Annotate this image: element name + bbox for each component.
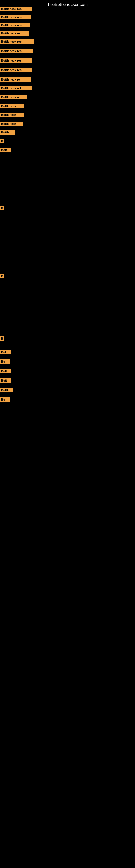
bottleneck-item-1: Bottleneck res: [0, 7, 32, 11]
bottleneck-item-8: Bottleneck res: [0, 68, 32, 72]
bottleneck-item-20: B: [0, 336, 4, 341]
bottleneck-item-25: Bottle: [0, 388, 13, 392]
bottleneck-item-4: Bottleneck re: [0, 31, 29, 35]
bottleneck-item-2: Bottleneck res: [0, 15, 31, 19]
bottleneck-item-15: Bottle: [0, 130, 15, 134]
bottleneck-item-13: Bottleneck: [0, 113, 24, 117]
bottleneck-item-18: B: [0, 206, 4, 211]
bottleneck-item-7: Bottleneck res: [0, 58, 32, 63]
bottleneck-item-21: Bot: [0, 350, 11, 354]
bottleneck-item-10: Bottleneck ref: [0, 86, 32, 90]
bottleneck-item-14: Bottleneck: [0, 122, 23, 126]
bottleneck-item-26: Bo: [0, 397, 10, 402]
bottleneck-item-5: Bottleneck res: [0, 39, 34, 44]
bottleneck-item-17: Bott: [0, 148, 11, 152]
bottleneck-item-23: Bott: [0, 369, 11, 373]
site-title-text: TheBottlenecker.com: [47, 2, 88, 7]
bottleneck-item-12: Bottleneck: [0, 104, 24, 108]
bottleneck-item-11: Bottleneck n: [0, 95, 27, 99]
bottleneck-item-6: Bottleneck res: [0, 49, 33, 53]
bottleneck-item-9: Bottleneck re: [0, 77, 31, 82]
bottleneck-item-3: Bottleneck res: [0, 23, 30, 27]
bottleneck-item-22: Bo: [0, 360, 10, 364]
bottleneck-item-24: Bott: [0, 378, 11, 383]
bottleneck-item-19: B: [0, 274, 4, 278]
bottleneck-item-16: B: [0, 139, 4, 144]
